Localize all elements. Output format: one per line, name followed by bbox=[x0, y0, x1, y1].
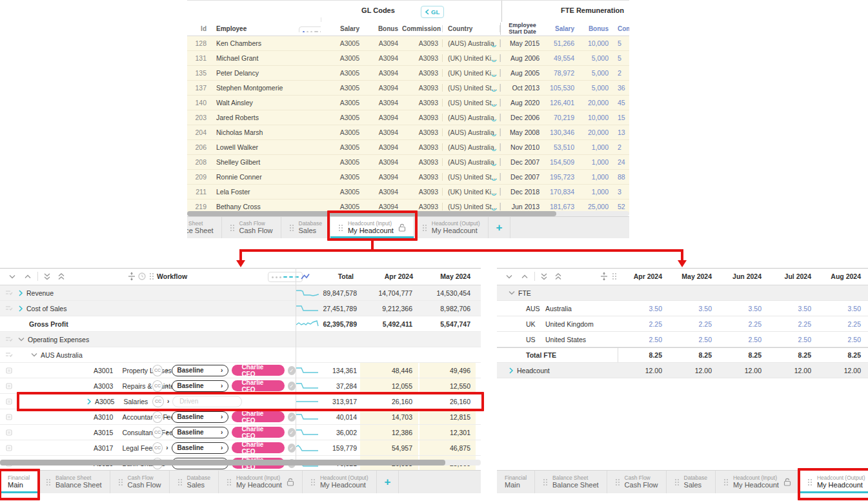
cell-fte-comm[interactable]: 36 bbox=[612, 84, 629, 92]
fte-cell-4[interactable]: 8.25 bbox=[817, 351, 867, 359]
cc-badge[interactable]: CC bbox=[152, 380, 163, 392]
fte-row-name-cell[interactable]: Total FTE bbox=[497, 348, 618, 362]
cell-country-dropdown[interactable]: (AUS) Australia bbox=[442, 128, 500, 136]
cell-fte-salary[interactable]: 154,509 bbox=[544, 158, 578, 166]
fte-cell-0[interactable]: 2.25 bbox=[618, 320, 668, 328]
cell-country-dropdown[interactable]: (US) United St... bbox=[442, 203, 500, 210]
pl-row-name-cell[interactable]: A3010Accountancy FeesCC›Baseline›Charlie… bbox=[18, 409, 296, 424]
cell-may-2024[interactable]: 26,160 bbox=[418, 394, 476, 409]
cc-badge[interactable]: CC bbox=[152, 442, 163, 454]
cell-gl-salary[interactable]: A3005 bbox=[321, 173, 363, 181]
double-chevron-up-icon[interactable] bbox=[58, 273, 65, 280]
horizontal-scrollbar[interactable] bbox=[187, 211, 629, 216]
cell-start-date[interactable]: Dec 2007 bbox=[500, 158, 544, 166]
cell-fte-comm[interactable]: 2 bbox=[612, 69, 629, 77]
cell-start-date[interactable]: Aug 2006 bbox=[500, 54, 544, 62]
cell-gl-salary[interactable]: A3005 bbox=[321, 39, 363, 47]
cell-gl-salary[interactable]: A3005 bbox=[321, 143, 363, 151]
cell-fte-salary[interactable]: 53,510 bbox=[544, 143, 578, 151]
fte-row-name-cell[interactable]: AUSAustralia bbox=[497, 301, 618, 316]
tab-headcount-output-my-headcount[interactable]: Headcount (Output)My Headcount bbox=[800, 471, 868, 493]
cell-start-date[interactable]: Aug 2020 bbox=[500, 99, 544, 107]
cc-badge[interactable]: CC bbox=[152, 396, 164, 407]
cell-country-dropdown[interactable]: (AUS) Australia bbox=[442, 143, 500, 151]
fte-cell-0[interactable]: 8.25 bbox=[618, 351, 668, 359]
cell-apr-2024[interactable]: 48,446 bbox=[359, 363, 418, 378]
owner-pill[interactable]: Charlie CFO bbox=[232, 411, 284, 422]
baseline-pill[interactable]: Baseline› bbox=[172, 365, 229, 376]
tab-headcount-output-my-headcount[interactable]: Headcount (Output)My Headcount bbox=[303, 471, 377, 493]
add-sheet-button[interactable]: + bbox=[489, 217, 511, 238]
approved-check-icon[interactable]: ✓ bbox=[288, 366, 296, 375]
cell-start-date[interactable]: Aug 2005 bbox=[500, 69, 544, 77]
cell-start-date[interactable]: May 2008 bbox=[500, 128, 544, 136]
gl-collapse-button[interactable]: GL bbox=[421, 6, 444, 18]
pl-row-name-cell[interactable]: A3015Consultancy FeesCC›Baseline›Charlie… bbox=[18, 425, 296, 440]
fte-cell-3[interactable]: 2.25 bbox=[767, 320, 817, 328]
owner-pill[interactable]: Charlie CFO bbox=[232, 365, 284, 376]
cell-gl-bonus[interactable]: A3094 bbox=[363, 173, 402, 181]
fte-cell-3[interactable]: 3.50 bbox=[767, 305, 817, 312]
cell-may-2024[interactable]: 49,496 bbox=[418, 363, 476, 378]
fte-cell-2[interactable]: 2.25 bbox=[718, 320, 767, 328]
cell-fte-bonus[interactable]: 5,000 bbox=[578, 54, 612, 62]
fte-cell-4[interactable]: 2.50 bbox=[817, 336, 867, 343]
cell-fte-comm[interactable]: 45 bbox=[612, 99, 629, 107]
fte-cell-2[interactable]: 2.50 bbox=[718, 336, 767, 343]
cell-apr-2024[interactable] bbox=[359, 332, 418, 347]
double-chevron-down-icon[interactable] bbox=[44, 273, 50, 280]
add-sheet-button[interactable]: + bbox=[377, 471, 399, 493]
cell-may-2024[interactable]: 12,301 bbox=[418, 425, 476, 440]
cell-country-dropdown[interactable]: (AUS) Australia bbox=[442, 158, 500, 166]
cell-gl-bonus[interactable]: A3094 bbox=[363, 39, 402, 47]
fte-cell-0[interactable]: 12.00 bbox=[618, 367, 668, 374]
cell-fte-comm[interactable]: 15 bbox=[612, 114, 629, 121]
cell-gl-commission[interactable]: A3093 bbox=[402, 69, 442, 77]
tab-cash-flow-cash-flow[interactable]: Cash FlowCash Flow bbox=[222, 217, 281, 238]
cell-fte-comm[interactable]: 5 bbox=[612, 54, 629, 62]
cell-start-date[interactable]: Oct 2013 bbox=[500, 84, 544, 92]
approved-check-icon[interactable]: ✓ bbox=[288, 444, 296, 453]
cell-start-date[interactable]: Dec 2007 bbox=[500, 173, 544, 181]
tab-database-sales[interactable]: DatabaseSales bbox=[667, 471, 716, 493]
pl-row-name-cell[interactable]: A3001Property LeasesCC›Baseline›Charlie … bbox=[18, 363, 296, 378]
cell-gl-bonus[interactable]: A3094 bbox=[363, 143, 402, 151]
cell-start-date[interactable]: Jun 2013 bbox=[500, 203, 544, 210]
row-height-icon[interactable] bbox=[600, 272, 608, 281]
column-scale-widget[interactable] bbox=[268, 272, 303, 282]
cell-fte-salary[interactable]: 78,972 bbox=[544, 69, 578, 77]
cell-fte-salary[interactable]: 105,530 bbox=[544, 84, 578, 92]
cc-badge[interactable]: CC bbox=[152, 365, 163, 376]
tab-balance-sheet-balance-sheet[interactable]: Balance SheetBalance Sheet bbox=[187, 217, 222, 238]
cell-gl-salary[interactable]: A3005 bbox=[321, 114, 363, 121]
cell-fte-bonus[interactable]: 1,000 bbox=[578, 143, 612, 151]
chevron-down-icon[interactable] bbox=[506, 274, 512, 280]
cell-fte-bonus[interactable]: 20,000 bbox=[578, 99, 612, 107]
pl-row-name-cell[interactable]: A3005SalariesCC›Driven bbox=[18, 394, 296, 409]
tab-balance-sheet-balance-sheet[interactable]: Balance SheetBalance Sheet bbox=[38, 471, 110, 493]
cell-apr-2024[interactable]: 54,957 bbox=[359, 440, 418, 455]
cell-fte-bonus[interactable]: 10,000 bbox=[578, 39, 612, 47]
pl-row-name-cell[interactable]: Cost of Sales bbox=[18, 301, 296, 316]
cell-gl-commission[interactable]: A3093 bbox=[402, 143, 442, 151]
cell-fte-bonus[interactable]: 1,000 bbox=[578, 188, 612, 196]
cell-fte-salary[interactable]: 195,723 bbox=[544, 173, 578, 181]
cell-apr-2024[interactable]: 9,212,366 bbox=[359, 301, 418, 316]
fte-cell-2[interactable]: 12.00 bbox=[718, 367, 767, 374]
owner-pill[interactable]: Charlie CFO bbox=[232, 380, 284, 391]
cell-gl-salary[interactable]: A3005 bbox=[321, 69, 363, 77]
fte-cell-2[interactable]: 3.50 bbox=[718, 305, 767, 312]
cell-fte-bonus[interactable]: 5,000 bbox=[578, 69, 612, 77]
cell-may-2024[interactable] bbox=[418, 332, 476, 347]
tab-database-sales[interactable]: DatabaseSales bbox=[170, 471, 219, 493]
cell-country-dropdown[interactable]: (UK) United Ki... bbox=[442, 54, 500, 62]
cell-fte-salary[interactable]: 49,554 bbox=[544, 54, 578, 62]
cell-gl-commission[interactable]: A3093 bbox=[402, 203, 442, 210]
cell-gl-commission[interactable]: A3093 bbox=[402, 114, 442, 121]
fte-cell-1[interactable]: 2.25 bbox=[668, 320, 718, 328]
fte-cell-4[interactable]: 3.50 bbox=[817, 305, 867, 312]
chevron-down-icon[interactable] bbox=[9, 274, 15, 280]
cell-country-dropdown[interactable]: (US) United St... bbox=[442, 99, 500, 107]
cell-fte-bonus[interactable]: 20,000 bbox=[578, 128, 612, 136]
cell-apr-2024[interactable]: 5,492,411 bbox=[359, 316, 418, 331]
